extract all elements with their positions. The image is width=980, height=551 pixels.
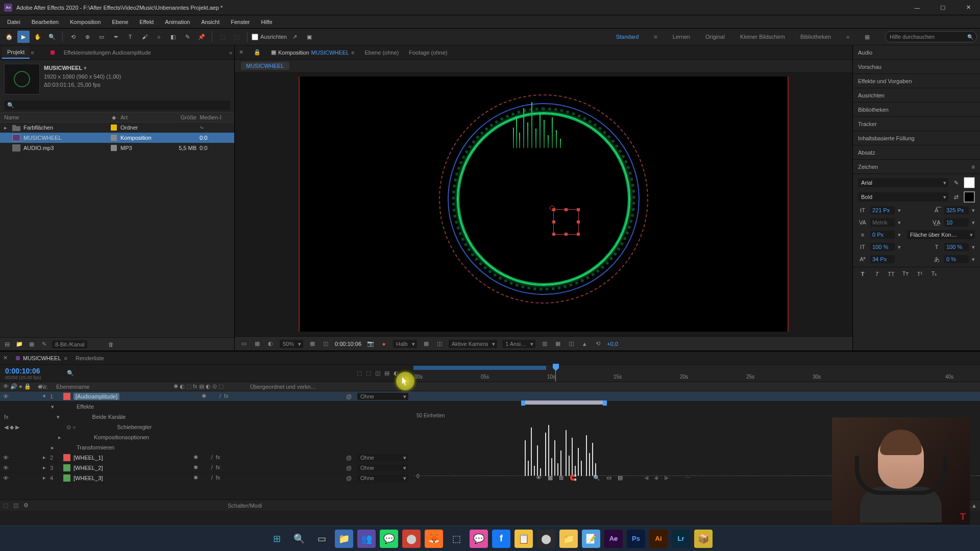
pan-behind-tool-icon[interactable]: ⊕ — [81, 31, 93, 43]
always-preview-icon[interactable]: ▭ — [240, 340, 248, 348]
keyframe-diamond-icon[interactable]: ◆ — [654, 474, 658, 481]
exposure-reset-icon[interactable]: ⟲ — [594, 340, 602, 348]
snapshot-icon[interactable]: 📷 — [366, 340, 375, 348]
resize-handle[interactable] — [565, 208, 568, 211]
minimize-button[interactable]: ― — [910, 3, 925, 13]
graph-search-icon[interactable]: 🔍 — [593, 474, 600, 481]
fx-badge[interactable]: fx — [216, 464, 220, 471]
viewer-lock-icon[interactable]: 🔒 — [254, 49, 261, 56]
comp-dropdown-icon[interactable]: ▾ — [84, 65, 87, 71]
project-search-input[interactable]: 🔍 — [4, 101, 230, 110]
menu-komposition[interactable]: Komposition — [65, 17, 106, 27]
switch-icon[interactable]: ⊙ — [212, 383, 217, 390]
views-dropdown[interactable]: 1 Ansi… — [502, 340, 535, 348]
app-icon[interactable]: 📋 — [514, 530, 533, 548]
selection-tool-icon[interactable]: ▶ — [17, 31, 30, 43]
twirl-icon[interactable]: ▸ — [41, 464, 48, 471]
view3-icon[interactable]: ◫ — [567, 340, 575, 348]
stroke-width-input[interactable]: 0 Px — [870, 231, 895, 239]
viewer-close-icon[interactable]: ✕ — [239, 49, 243, 56]
snap-options-icon[interactable]: ↗ — [289, 31, 301, 43]
menu-ansicht[interactable]: Ansicht — [196, 17, 225, 27]
resize-handle[interactable] — [577, 208, 580, 211]
firefox-icon[interactable]: 🦊 — [425, 530, 443, 548]
fx-badge[interactable]: fx — [224, 393, 229, 399]
tracking-input[interactable]: 10 — [944, 218, 969, 227]
twirl-icon[interactable]: ▸ — [41, 454, 48, 461]
graph-options-icon[interactable]: ▦ — [548, 474, 553, 481]
swap-colors-icon[interactable]: ⇄ — [951, 192, 961, 202]
workspace-lernen[interactable]: Lernen — [673, 34, 690, 40]
transparency-grid-icon[interactable]: ▦ — [253, 340, 261, 348]
av-eye-icon[interactable]: 👁 — [3, 383, 9, 390]
viewer-breadcrumb[interactable]: MUSICWHEEL — [241, 62, 289, 70]
messenger-icon[interactable]: 💬 — [470, 530, 488, 548]
adjust-icon[interactable]: ✎ — [40, 340, 48, 348]
switch-icon[interactable]: ⬚ — [218, 383, 224, 390]
panel-menu-icon[interactable]: ≡ — [972, 164, 975, 170]
panel-inhaltsbasierte-fuellung[interactable]: Inhaltsbasierte Füllung — [853, 131, 980, 145]
subscript-button[interactable]: T₁ — [929, 269, 939, 279]
comp-mini-flow-icon[interactable]: ⬚ — [357, 370, 362, 377]
hide-shy-icon[interactable]: ◫ — [375, 370, 380, 377]
obs-icon[interactable]: ⬤ — [537, 530, 555, 548]
visibility-toggle[interactable]: 👁 — [3, 393, 9, 399]
resize-handle[interactable] — [577, 233, 580, 236]
pickwhip-icon[interactable]: @ — [346, 475, 354, 481]
av-solo-icon[interactable]: ● — [19, 383, 22, 390]
stroke-color-swatch[interactable] — [964, 191, 975, 203]
timeline-toggle-icon[interactable]: ◫ — [435, 340, 444, 348]
timecode-display[interactable]: 0:00:10:06 — [5, 367, 41, 375]
visibility-toggle[interactable]: 👁 — [3, 455, 9, 461]
toggle-modes-icon[interactable]: ◫ — [13, 502, 18, 509]
file-explorer-icon[interactable]: 📁 — [559, 530, 578, 548]
close-button[interactable]: ✕ — [961, 3, 976, 13]
resolution-dropdown[interactable]: Halb — [393, 340, 417, 348]
workspace-panel-icon[interactable]: ▦ — [865, 34, 870, 40]
label-swatch[interactable] — [63, 474, 70, 482]
view4-icon[interactable]: ▲ — [580, 340, 589, 348]
fast-preview-icon[interactable]: ▦ — [422, 340, 430, 348]
mask-toggle-icon[interactable]: ◐ — [266, 340, 275, 348]
taskbar-search-icon[interactable]: 🔍 — [290, 530, 308, 548]
resize-handle[interactable] — [565, 233, 568, 236]
local-axis-icon[interactable]: ⬚ — [216, 31, 229, 43]
label-swatch[interactable] — [111, 135, 117, 141]
switch-icon[interactable]: ◐ — [206, 383, 211, 390]
app-icon[interactable]: 📦 — [694, 530, 713, 548]
menu-hilfe[interactable]: Hilfe — [256, 17, 278, 27]
windows-taskbar[interactable]: ⊞ 🔍 ▭ 📁 👥 💬 ⬤ 🦊 ⬚ 💬 f 📋 ⬤ 📁 📝 Ae Ps Ai L… — [0, 525, 980, 551]
type-tool-icon[interactable]: T — [124, 31, 136, 43]
out-point-handle[interactable] — [603, 400, 607, 406]
fx-switch[interactable]: / — [211, 464, 213, 471]
task-view-icon[interactable]: ▭ — [312, 530, 331, 548]
shy-switch[interactable]: ✱ — [193, 464, 198, 471]
puppet-tool-icon[interactable]: 📌 — [195, 31, 208, 43]
workspace-kleiner-bildschirm[interactable]: Kleiner Bildschirm — [740, 34, 785, 40]
resize-handle[interactable] — [577, 220, 580, 223]
in-point-handle[interactable] — [521, 400, 525, 406]
fx-switch[interactable]: / — [211, 454, 213, 461]
layer-selection-bounds[interactable] — [553, 209, 579, 235]
frame-blend-icon[interactable]: ▤ — [384, 370, 389, 377]
twirl-icon[interactable]: ▸ — [41, 474, 48, 481]
illustrator-icon[interactable]: Ai — [649, 530, 668, 548]
panel-menu-icon[interactable]: ≡ — [31, 49, 34, 56]
lightroom-icon[interactable]: Lr — [672, 530, 690, 548]
menu-animation[interactable]: Animation — [160, 17, 195, 27]
fill-color-swatch[interactable] — [964, 177, 975, 188]
work-area-bar[interactable] — [413, 366, 546, 370]
draft-3d-icon[interactable]: ⬚ — [366, 370, 371, 377]
photoshop-icon[interactable]: Ps — [627, 530, 645, 548]
col-tag-icon[interactable]: ◆ — [107, 114, 120, 121]
panel-zeichen[interactable]: Zeichen≡ — [853, 160, 980, 174]
viewer-tab-komposition[interactable]: ▦ Komposition MUSICWHEEL ≡ — [271, 49, 355, 56]
av-speaker-icon[interactable]: 🔊 — [10, 383, 17, 390]
viewer-tab-ebene[interactable]: Ebene (ohne) — [365, 49, 399, 56]
exposure-value[interactable]: +0,0 — [607, 341, 618, 347]
parent-dropdown[interactable]: Ohne — [357, 393, 408, 400]
timeline-search-icon[interactable]: 🔍 — [67, 370, 74, 377]
ease-out-icon[interactable]: ▶ — [665, 474, 669, 481]
pickwhip-icon[interactable]: @ — [346, 393, 354, 399]
timeline-tab-renderliste[interactable]: Renderliste — [76, 355, 104, 361]
